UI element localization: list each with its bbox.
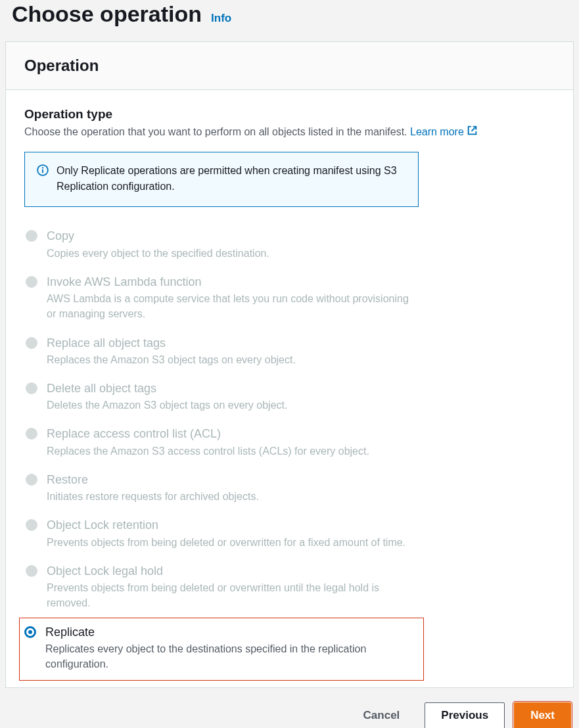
radio-desc: Copies every object to the specified des… bbox=[47, 246, 417, 261]
radio-option-copy: CopyCopies every object to the specified… bbox=[24, 221, 419, 267]
panel-header: Operation bbox=[6, 42, 573, 90]
radio-title: Object Lock legal hold bbox=[47, 563, 417, 579]
radio-option-lambda: Invoke AWS Lambda functionAWS Lambda is … bbox=[24, 267, 419, 329]
radio-desc: AWS Lambda is a compute service that let… bbox=[47, 291, 417, 321]
radio-indicator bbox=[26, 276, 37, 288]
radio-desc: Replaces the Amazon S3 access control li… bbox=[47, 444, 417, 459]
info-icon bbox=[37, 164, 49, 179]
previous-button[interactable]: Previous bbox=[425, 702, 505, 728]
radio-option-delete-tags: Delete all object tagsDeletes the Amazon… bbox=[24, 374, 419, 419]
radio-title: Copy bbox=[47, 228, 417, 244]
svg-rect-2 bbox=[42, 170, 43, 173]
page-title: Choose operation bbox=[12, 1, 202, 27]
radio-indicator bbox=[26, 337, 37, 349]
page-header: Choose operation Info bbox=[5, 0, 574, 41]
info-box: Only Replicate operations are permitted … bbox=[24, 152, 419, 207]
radio-desc: Initiates restore requests for archived … bbox=[47, 489, 417, 504]
radio-desc: Replaces the Amazon S3 object tags on ev… bbox=[47, 352, 417, 367]
radio-desc: Replicates every object to the destinati… bbox=[45, 641, 419, 671]
radio-title: Replace access control list (ACL) bbox=[47, 426, 417, 442]
radio-option-lock-legal-hold: Object Lock legal holdPrevents objects f… bbox=[24, 557, 419, 618]
section-desc-text: Choose the operation that you want to pe… bbox=[24, 126, 410, 137]
radio-option-restore: RestoreInitiates restore requests for ar… bbox=[24, 465, 419, 511]
radio-indicator bbox=[26, 474, 37, 486]
radio-title: Invoke AWS Lambda function bbox=[47, 274, 417, 290]
radio-option-replicate[interactable]: ReplicateReplicates every object to the … bbox=[19, 618, 424, 681]
info-link[interactable]: Info bbox=[211, 12, 231, 25]
panel-title: Operation bbox=[24, 57, 555, 75]
operation-panel: Operation Operation type Choose the oper… bbox=[5, 41, 574, 688]
radio-indicator bbox=[26, 382, 37, 394]
section-title: Operation type bbox=[24, 107, 555, 122]
radio-title: Replace all object tags bbox=[47, 335, 417, 351]
radio-indicator bbox=[24, 626, 36, 638]
section-desc: Choose the operation that you want to pe… bbox=[24, 124, 555, 140]
radio-title: Delete all object tags bbox=[47, 380, 417, 396]
radio-indicator bbox=[26, 230, 37, 242]
svg-point-1 bbox=[42, 168, 43, 169]
radio-option-replace-tags: Replace all object tagsReplaces the Amaz… bbox=[24, 329, 419, 374]
radio-option-lock-retention: Object Lock retentionPrevents objects fr… bbox=[24, 511, 419, 556]
learn-more-link[interactable]: Learn more bbox=[410, 126, 478, 137]
radio-title: Object Lock retention bbox=[47, 517, 417, 533]
info-box-text: Only Replicate operations are permitted … bbox=[57, 163, 406, 194]
next-button[interactable]: Next bbox=[514, 702, 571, 728]
radio-desc: Prevents objects from being deleted or o… bbox=[47, 535, 417, 550]
operation-radio-group: CopyCopies every object to the specified… bbox=[24, 221, 419, 681]
radio-indicator bbox=[26, 565, 37, 577]
radio-indicator bbox=[26, 519, 37, 531]
radio-indicator bbox=[26, 428, 37, 440]
radio-desc: Prevents objects from being deleted or o… bbox=[47, 580, 417, 610]
radio-title: Replicate bbox=[45, 624, 419, 640]
operation-type-section: Operation type Choose the operation that… bbox=[24, 107, 555, 140]
footer-buttons: Cancel Previous Next bbox=[5, 688, 574, 728]
cancel-button[interactable]: Cancel bbox=[348, 702, 416, 728]
external-link-icon bbox=[467, 125, 478, 140]
radio-title: Restore bbox=[47, 472, 417, 488]
radio-desc: Deletes the Amazon S3 object tags on eve… bbox=[47, 398, 417, 413]
radio-option-replace-acl: Replace access control list (ACL)Replace… bbox=[24, 419, 419, 465]
